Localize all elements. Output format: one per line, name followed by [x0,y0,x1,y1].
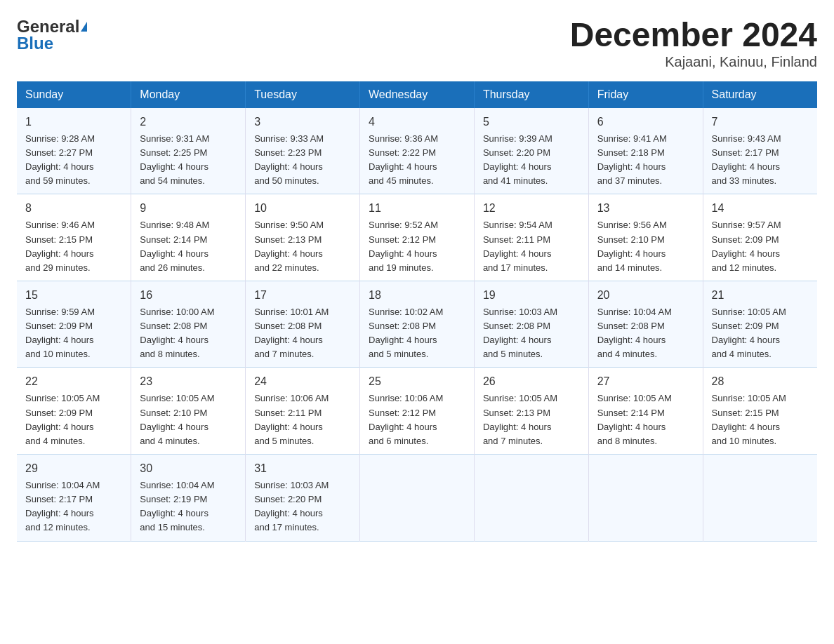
day-info: Sunrise: 9:48 AM Sunset: 2:14 PM Dayligh… [140,218,237,275]
day-info: Sunrise: 9:59 AM Sunset: 2:09 PM Dayligh… [25,305,122,362]
calendar-body: 1 Sunrise: 9:28 AM Sunset: 2:27 PM Dayli… [17,108,817,541]
day-number: 25 [369,373,465,390]
day-info: Sunrise: 9:43 AM Sunset: 2:17 PM Dayligh… [712,132,809,189]
day-info: Sunrise: 10:06 AM Sunset: 2:12 PM Daylig… [369,391,465,448]
header-day-wednesday: Wednesday [360,81,475,108]
day-cell: 1 Sunrise: 9:28 AM Sunset: 2:27 PM Dayli… [17,108,131,194]
day-number: 18 [369,287,465,304]
calendar-subtitle: Kajaani, Kainuu, Finland [570,54,817,70]
day-cell [703,455,817,542]
day-cell: 28 Sunrise: 10:05 AM Sunset: 2:15 PM Day… [703,368,817,455]
week-row-3: 15 Sunrise: 9:59 AM Sunset: 2:09 PM Dayl… [17,281,817,368]
day-info: Sunrise: 10:01 AM Sunset: 2:08 PM Daylig… [254,305,351,362]
day-info: Sunrise: 10:05 AM Sunset: 2:13 PM Daylig… [483,391,580,448]
day-info: Sunrise: 10:00 AM Sunset: 2:08 PM Daylig… [140,305,237,362]
day-number: 16 [140,287,237,304]
day-info: Sunrise: 10:06 AM Sunset: 2:11 PM Daylig… [254,391,351,448]
day-number: 26 [483,373,580,390]
day-info: Sunrise: 9:36 AM Sunset: 2:22 PM Dayligh… [369,132,465,189]
day-info: Sunrise: 10:04 AM Sunset: 2:08 PM Daylig… [597,305,694,362]
day-cell: 25 Sunrise: 10:06 AM Sunset: 2:12 PM Day… [360,368,475,455]
day-cell [474,455,588,542]
page-header: General Blue December 2024 Kajaani, Kain… [17,17,817,70]
day-number: 20 [597,287,694,304]
day-cell: 4 Sunrise: 9:36 AM Sunset: 2:22 PM Dayli… [360,108,475,194]
day-number: 2 [140,114,237,130]
day-info: Sunrise: 10:04 AM Sunset: 2:17 PM Daylig… [25,478,122,535]
header-row: SundayMondayTuesdayWednesdayThursdayFrid… [17,81,817,108]
day-cell: 17 Sunrise: 10:01 AM Sunset: 2:08 PM Day… [246,281,360,368]
day-info: Sunrise: 10:03 AM Sunset: 2:08 PM Daylig… [483,305,580,362]
day-cell: 30 Sunrise: 10:04 AM Sunset: 2:19 PM Day… [131,455,246,542]
day-cell: 8 Sunrise: 9:46 AM Sunset: 2:15 PM Dayli… [17,194,131,281]
day-number: 28 [712,373,809,390]
day-cell: 31 Sunrise: 10:03 AM Sunset: 2:20 PM Day… [246,455,360,542]
day-cell: 5 Sunrise: 9:39 AM Sunset: 2:20 PM Dayli… [474,108,588,194]
day-cell [360,455,475,542]
day-number: 4 [369,114,465,130]
day-cell: 22 Sunrise: 10:05 AM Sunset: 2:09 PM Day… [17,368,131,455]
day-info: Sunrise: 9:28 AM Sunset: 2:27 PM Dayligh… [25,132,122,189]
day-info: Sunrise: 9:39 AM Sunset: 2:20 PM Dayligh… [483,132,580,189]
calendar-header: SundayMondayTuesdayWednesdayThursdayFrid… [17,81,817,108]
day-info: Sunrise: 10:05 AM Sunset: 2:10 PM Daylig… [140,391,237,448]
header-day-saturday: Saturday [703,81,817,108]
day-number: 9 [140,200,237,217]
day-number: 29 [25,460,122,477]
day-number: 17 [254,287,351,304]
day-info: Sunrise: 10:04 AM Sunset: 2:19 PM Daylig… [140,478,237,535]
day-info: Sunrise: 9:52 AM Sunset: 2:12 PM Dayligh… [369,218,465,275]
day-cell: 24 Sunrise: 10:06 AM Sunset: 2:11 PM Day… [246,368,360,455]
day-cell: 11 Sunrise: 9:52 AM Sunset: 2:12 PM Dayl… [360,194,475,281]
day-cell: 26 Sunrise: 10:05 AM Sunset: 2:13 PM Day… [474,368,588,455]
title-area: December 2024 Kajaani, Kainuu, Finland [570,17,817,70]
day-number: 10 [254,200,351,217]
header-day-sunday: Sunday [17,81,131,108]
day-number: 5 [483,114,580,130]
day-cell: 7 Sunrise: 9:43 AM Sunset: 2:17 PM Dayli… [703,108,817,194]
day-info: Sunrise: 9:33 AM Sunset: 2:23 PM Dayligh… [254,132,351,189]
day-cell: 15 Sunrise: 9:59 AM Sunset: 2:09 PM Dayl… [17,281,131,368]
day-info: Sunrise: 9:56 AM Sunset: 2:10 PM Dayligh… [597,218,694,275]
day-cell: 21 Sunrise: 10:05 AM Sunset: 2:09 PM Day… [703,281,817,368]
header-day-tuesday: Tuesday [246,81,360,108]
day-info: Sunrise: 10:02 AM Sunset: 2:08 PM Daylig… [369,305,465,362]
header-day-thursday: Thursday [474,81,588,108]
day-number: 22 [25,373,122,390]
day-number: 15 [25,287,122,304]
day-info: Sunrise: 9:46 AM Sunset: 2:15 PM Dayligh… [25,218,122,275]
day-number: 6 [597,114,694,130]
week-row-2: 8 Sunrise: 9:46 AM Sunset: 2:15 PM Dayli… [17,194,817,281]
week-row-1: 1 Sunrise: 9:28 AM Sunset: 2:27 PM Dayli… [17,108,817,194]
day-cell: 20 Sunrise: 10:04 AM Sunset: 2:08 PM Day… [588,281,703,368]
day-cell: 27 Sunrise: 10:05 AM Sunset: 2:14 PM Day… [588,368,703,455]
week-row-5: 29 Sunrise: 10:04 AM Sunset: 2:17 PM Day… [17,455,817,542]
day-cell: 3 Sunrise: 9:33 AM Sunset: 2:23 PM Dayli… [246,108,360,194]
day-number: 12 [483,200,580,217]
header-day-friday: Friday [588,81,703,108]
day-cell: 10 Sunrise: 9:50 AM Sunset: 2:13 PM Dayl… [246,194,360,281]
header-day-monday: Monday [131,81,246,108]
day-number: 30 [140,460,237,477]
day-info: Sunrise: 10:03 AM Sunset: 2:20 PM Daylig… [254,478,351,535]
day-cell: 2 Sunrise: 9:31 AM Sunset: 2:25 PM Dayli… [131,108,246,194]
day-number: 8 [25,200,122,217]
day-cell: 19 Sunrise: 10:03 AM Sunset: 2:08 PM Day… [474,281,588,368]
day-number: 1 [25,114,122,130]
day-cell: 23 Sunrise: 10:05 AM Sunset: 2:10 PM Day… [131,368,246,455]
logo: General Blue [17,17,87,53]
day-info: Sunrise: 10:05 AM Sunset: 2:15 PM Daylig… [712,391,809,448]
day-number: 7 [712,114,809,130]
day-number: 27 [597,373,694,390]
day-cell: 6 Sunrise: 9:41 AM Sunset: 2:18 PM Dayli… [588,108,703,194]
logo-triangle-icon [81,22,87,32]
day-number: 31 [254,460,351,477]
day-info: Sunrise: 10:05 AM Sunset: 2:09 PM Daylig… [712,305,809,362]
day-info: Sunrise: 9:54 AM Sunset: 2:11 PM Dayligh… [483,218,580,275]
day-number: 11 [369,200,465,217]
day-cell: 29 Sunrise: 10:04 AM Sunset: 2:17 PM Day… [17,455,131,542]
day-cell: 14 Sunrise: 9:57 AM Sunset: 2:09 PM Dayl… [703,194,817,281]
day-number: 13 [597,200,694,217]
day-cell: 16 Sunrise: 10:00 AM Sunset: 2:08 PM Day… [131,281,246,368]
calendar-title: December 2024 [570,17,817,54]
